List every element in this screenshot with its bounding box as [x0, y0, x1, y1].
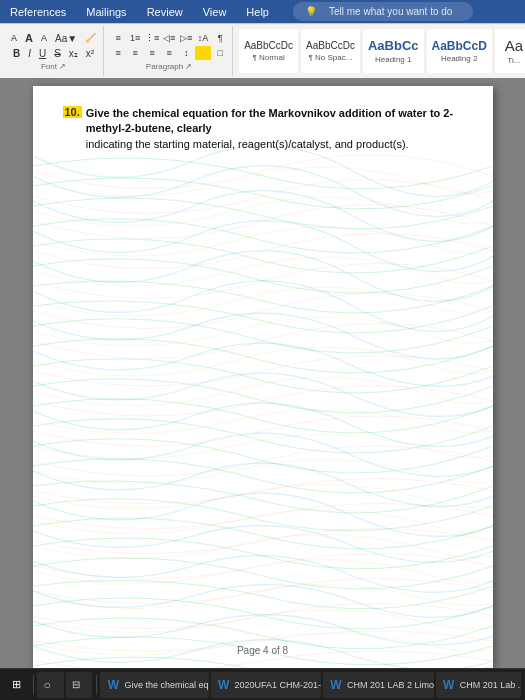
bullets-btn[interactable]: ≡ [110, 31, 126, 45]
taskbar-word-eq-label: Give the chemical eq... [124, 680, 208, 690]
subscript-btn[interactable]: x₂ [66, 47, 81, 60]
document-content[interactable]: 10. Give the chemical equation for the M… [33, 86, 493, 176]
search-icon: ○ [43, 678, 50, 692]
numbering-btn[interactable]: 1≡ [127, 31, 143, 45]
taskbar-sep1 [33, 675, 34, 695]
decrease-indent-btn[interactable]: ◁≡ [161, 31, 177, 45]
document-wrapper: 10. Give the chemical equation for the M… [0, 78, 525, 668]
taskbar-word-chm201[interactable]: W 2020UFA1 CHM-201-... [211, 672, 321, 698]
tab-review[interactable]: Review [143, 4, 187, 20]
taskbar: ⊞ ○ ⊟ W Give the chemical eq... W 2020UF… [0, 668, 525, 700]
justify-btn[interactable]: ≡ [161, 46, 177, 60]
styles-group: AaBbCcDc ¶ Normal AaBbCcDc ¶ No Spac... … [235, 29, 525, 73]
strikethrough-btn[interactable]: S [51, 47, 64, 60]
para-row1: ≡ 1≡ ⋮≡ ◁≡ ▷≡ ↕A ¶ [110, 31, 228, 45]
nospace-label: ¶ No Spac... [309, 53, 353, 62]
word-icon-2: W [217, 678, 231, 692]
start-button[interactable]: ⊞ [4, 672, 29, 698]
page-indicator: Page 4 of 8 [237, 645, 288, 656]
tell-me-input[interactable]: 💡 Tell me what you want to do [293, 2, 473, 21]
taskbar-word-lab-short[interactable]: W CHM 201 Lab ... [436, 672, 521, 698]
h1-label: Heading 1 [375, 55, 411, 64]
lightbulb-icon: 💡 [301, 4, 321, 19]
word-icon-3: W [329, 678, 343, 692]
tab-help[interactable]: Help [242, 4, 273, 20]
style-normal-btn[interactable]: AaBbCcDc ¶ Normal [239, 29, 298, 73]
ribbon: References Mailings Review View Help 💡 T… [0, 0, 525, 78]
bold-btn[interactable]: B [10, 47, 23, 60]
tab-references[interactable]: References [6, 4, 70, 20]
font-group: A A A Aa▼ 🧹 B I U S x₂ x² Font ↗ [4, 26, 104, 76]
show-hide-btn[interactable]: ¶ [212, 31, 228, 45]
tab-mailings[interactable]: Mailings [82, 4, 130, 20]
nospace-sample: AaBbCcDc [306, 40, 355, 52]
paragraph-dialog-launcher[interactable]: ↗ [185, 62, 192, 71]
font-group-label: Font ↗ [41, 62, 66, 71]
taskbar-taskview[interactable]: ⊟ [66, 672, 92, 698]
taskbar-word-lab2[interactable]: W CHM 201 LAB 2 Limo... [323, 672, 434, 698]
taskbar-sep2 [96, 675, 97, 695]
word-icon-1: W [106, 678, 120, 692]
taskview-icon: ⊟ [72, 679, 80, 690]
font-aa[interactable]: Aa▼ [52, 32, 80, 45]
font-dialog-launcher[interactable]: ↗ [59, 62, 66, 71]
style-title-btn[interactable]: Aa Ti... [495, 29, 525, 73]
taskbar-word-lab-short-label: CHM 201 Lab ... [460, 680, 521, 690]
font-shrink[interactable]: A [38, 32, 50, 44]
align-center-btn[interactable]: ≡ [127, 46, 143, 60]
tell-me-text: Tell me what you want to do [325, 4, 456, 19]
align-left-btn[interactable]: ≡ [110, 46, 126, 60]
tab-view[interactable]: View [199, 4, 231, 20]
borders-btn[interactable]: □ [212, 46, 228, 60]
font-controls-row1: A A A Aa▼ 🧹 [8, 31, 99, 45]
line-spacing-btn[interactable]: ↕ [178, 46, 194, 60]
ribbon-main: A A A Aa▼ 🧹 B I U S x₂ x² Font ↗ [0, 23, 525, 78]
taskbar-word-chm201-label: 2020UFA1 CHM-201-... [235, 680, 321, 690]
question-item: 10. Give the chemical equation for the M… [63, 106, 463, 152]
style-h1-btn[interactable]: AaBbCc Heading 1 [363, 29, 424, 73]
increase-indent-btn[interactable]: ▷≡ [178, 31, 194, 45]
style-h2-btn[interactable]: AaBbCcD Heading 2 [427, 29, 492, 73]
paragraph-group-label: Paragraph ↗ [146, 62, 193, 71]
h1-sample: AaBbCc [368, 38, 419, 54]
clear-format-btn[interactable]: 🧹 [82, 32, 99, 44]
title-sample: Aa [505, 37, 523, 55]
underline-btn[interactable]: U [36, 47, 49, 60]
shading-btn[interactable] [195, 46, 211, 60]
font-controls-row2: B I U S x₂ x² [10, 47, 97, 60]
windows-icon: ⊞ [12, 678, 21, 691]
word-icon-4: W [442, 678, 456, 692]
taskbar-word-eq[interactable]: W Give the chemical eq... [100, 672, 208, 698]
para-row2: ≡ ≡ ≡ ≡ ↕ □ [110, 46, 228, 60]
normal-label: ¶ Normal [252, 53, 284, 62]
normal-sample: AaBbCcDc [244, 40, 293, 52]
paragraph-group: ≡ 1≡ ⋮≡ ◁≡ ▷≡ ↕A ¶ ≡ ≡ ≡ ≡ ↕ □ [106, 26, 233, 76]
question-number: 10. [63, 106, 82, 118]
ribbon-tab-bar: References Mailings Review View Help 💡 T… [0, 0, 525, 23]
paragraph-controls: ≡ 1≡ ⋮≡ ◁≡ ▷≡ ↕A ¶ ≡ ≡ ≡ ≡ ↕ □ [110, 31, 228, 60]
font-name-dropdown[interactable]: A [8, 32, 20, 44]
document-page[interactable]: 10. Give the chemical equation for the M… [33, 86, 493, 668]
taskbar-word-lab2-label: CHM 201 LAB 2 Limo... [347, 680, 434, 690]
font-grow[interactable]: A [22, 31, 36, 45]
sort-btn[interactable]: ↕A [195, 31, 211, 45]
h2-label: Heading 2 [441, 54, 477, 63]
superscript-btn[interactable]: x² [83, 47, 97, 60]
taskbar-search[interactable]: ○ [37, 672, 63, 698]
title-label: Ti... [507, 56, 520, 65]
style-nospace-btn[interactable]: AaBbCcDc ¶ No Spac... [301, 29, 360, 73]
multilevel-btn[interactable]: ⋮≡ [144, 31, 160, 45]
italic-btn[interactable]: I [25, 47, 34, 60]
h2-sample: AaBbCcD [432, 39, 487, 53]
question-body: Give the chemical equation for the Marko… [86, 106, 463, 152]
align-right-btn[interactable]: ≡ [144, 46, 160, 60]
